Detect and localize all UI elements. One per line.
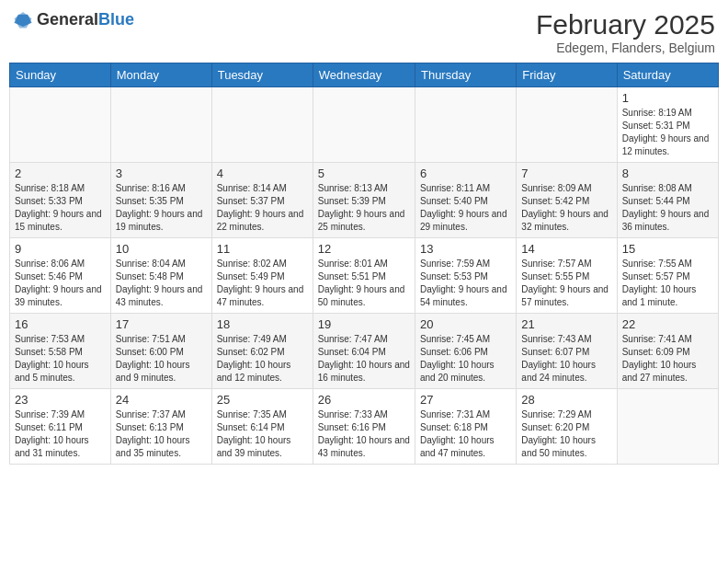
day-info: Sunrise: 7:37 AMSunset: 6:13 PMDaylight:… [116,408,207,460]
day-info: Sunrise: 7:39 AMSunset: 6:11 PMDaylight:… [15,408,106,460]
calendar-week-row: 16Sunrise: 7:53 AMSunset: 5:58 PMDayligh… [10,314,719,389]
day-info: Sunrise: 8:04 AMSunset: 5:48 PMDaylight:… [116,258,207,309]
day-info: Sunrise: 8:14 AMSunset: 5:37 PMDaylight:… [217,182,308,234]
day-info: Sunrise: 7:43 AMSunset: 6:07 PMDaylight:… [521,333,611,385]
calendar-cell: 12Sunrise: 8:01 AMSunset: 5:51 PMDayligh… [313,238,415,314]
calendar-table: SundayMondayTuesdayWednesdayThursdayFrid… [9,63,719,465]
day-number: 9 [15,242,106,256]
calendar-cell [617,389,718,465]
day-number: 3 [116,167,207,180]
calendar-cell: 25Sunrise: 7:35 AMSunset: 6:14 PMDayligh… [211,389,313,465]
day-info: Sunrise: 8:06 AMSunset: 5:46 PMDaylight:… [15,258,106,309]
calendar-cell: 15Sunrise: 7:55 AMSunset: 5:57 PMDayligh… [617,238,718,314]
day-number: 24 [116,393,207,407]
calendar-cell: 14Sunrise: 7:57 AMSunset: 5:55 PMDayligh… [517,238,617,314]
day-number: 16 [15,317,106,331]
calendar-cell [415,87,516,163]
day-number: 25 [217,393,308,407]
calendar-cell: 26Sunrise: 7:33 AMSunset: 6:16 PMDayligh… [313,389,415,465]
day-info: Sunrise: 7:59 AMSunset: 5:53 PMDaylight:… [420,258,511,309]
calendar-cell [10,87,111,163]
day-info: Sunrise: 8:01 AMSunset: 5:51 PMDaylight:… [318,258,410,309]
calendar-cell: 13Sunrise: 7:59 AMSunset: 5:53 PMDayligh… [415,238,516,314]
calendar-cell: 9Sunrise: 8:06 AMSunset: 5:46 PMDaylight… [10,238,111,314]
calendar-cell: 21Sunrise: 7:43 AMSunset: 6:07 PMDayligh… [517,314,617,389]
day-info: Sunrise: 7:47 AMSunset: 6:04 PMDaylight:… [318,333,410,385]
day-info: Sunrise: 7:57 AMSunset: 5:55 PMDaylight:… [521,258,611,309]
day-number: 17 [116,317,207,331]
weekday-header-monday: Monday [110,63,211,87]
day-info: Sunrise: 7:53 AMSunset: 5:58 PMDaylight:… [15,333,106,385]
calendar-cell [313,87,415,163]
calendar-cell: 24Sunrise: 7:37 AMSunset: 6:13 PMDayligh… [110,389,211,465]
day-info: Sunrise: 7:51 AMSunset: 6:00 PMDaylight:… [116,333,207,385]
logo: GeneralBlue [13,9,134,29]
calendar-week-row: 23Sunrise: 7:39 AMSunset: 6:11 PMDayligh… [10,389,719,465]
calendar-cell: 7Sunrise: 8:09 AMSunset: 5:42 PMDaylight… [517,163,617,238]
calendar-cell: 20Sunrise: 7:45 AMSunset: 6:06 PMDayligh… [415,314,516,389]
page-header: GeneralBlue February 2025 Edegem, Flande… [9,9,719,55]
day-number: 11 [217,242,308,256]
day-number: 20 [420,317,511,331]
calendar-cell: 22Sunrise: 7:41 AMSunset: 6:09 PMDayligh… [617,314,718,389]
weekday-header-wednesday: Wednesday [313,63,415,87]
day-number: 26 [318,393,410,407]
day-number: 12 [318,242,410,256]
day-info: Sunrise: 8:02 AMSunset: 5:49 PMDaylight:… [217,258,308,309]
location-subtitle: Edegem, Flanders, Belgium [536,40,715,55]
calendar-cell [517,87,617,163]
day-number: 23 [15,393,106,407]
calendar-cell: 19Sunrise: 7:47 AMSunset: 6:04 PMDayligh… [313,314,415,389]
logo-blue: Blue [98,10,134,29]
day-number: 5 [318,167,410,180]
calendar-cell: 23Sunrise: 7:39 AMSunset: 6:11 PMDayligh… [10,389,111,465]
calendar-week-row: 2Sunrise: 8:18 AMSunset: 5:33 PMDaylight… [10,163,719,238]
calendar-week-row: 9Sunrise: 8:06 AMSunset: 5:46 PMDaylight… [10,238,719,314]
day-number: 6 [420,167,511,180]
weekday-header-tuesday: Tuesday [211,63,313,87]
weekday-header-saturday: Saturday [617,63,718,87]
day-number: 28 [521,393,611,407]
day-info: Sunrise: 7:33 AMSunset: 6:16 PMDaylight:… [318,408,410,460]
month-year-title: February 2025 [536,9,715,40]
day-info: Sunrise: 7:35 AMSunset: 6:14 PMDaylight:… [217,408,308,460]
day-info: Sunrise: 8:11 AMSunset: 5:40 PMDaylight:… [420,182,511,234]
day-number: 22 [622,317,713,331]
day-number: 1 [622,91,713,105]
day-info: Sunrise: 7:55 AMSunset: 5:57 PMDaylight:… [622,258,713,309]
weekday-header-row: SundayMondayTuesdayWednesdayThursdayFrid… [10,63,719,87]
day-info: Sunrise: 7:49 AMSunset: 6:02 PMDaylight:… [217,333,308,385]
day-info: Sunrise: 8:13 AMSunset: 5:39 PMDaylight:… [318,182,410,234]
calendar-cell: 3Sunrise: 8:16 AMSunset: 5:35 PMDaylight… [110,163,211,238]
day-number: 21 [521,317,611,331]
calendar-cell [211,87,313,163]
calendar-cell: 1Sunrise: 8:19 AMSunset: 5:31 PMDaylight… [617,87,718,163]
day-number: 27 [420,393,511,407]
calendar-cell: 28Sunrise: 7:29 AMSunset: 6:20 PMDayligh… [517,389,617,465]
weekday-header-friday: Friday [517,63,617,87]
logo-general: General [37,10,98,29]
svg-marker-1 [14,12,31,29]
calendar-week-row: 1Sunrise: 8:19 AMSunset: 5:31 PMDaylight… [10,87,719,163]
calendar-cell: 11Sunrise: 8:02 AMSunset: 5:49 PMDayligh… [211,238,313,314]
calendar-cell [110,87,211,163]
day-info: Sunrise: 8:16 AMSunset: 5:35 PMDaylight:… [116,182,207,234]
calendar-cell: 2Sunrise: 8:18 AMSunset: 5:33 PMDaylight… [10,163,111,238]
logo-icon [13,9,33,29]
day-info: Sunrise: 7:31 AMSunset: 6:18 PMDaylight:… [420,408,511,460]
day-number: 7 [521,167,611,180]
day-number: 15 [622,242,713,256]
day-number: 2 [15,167,106,180]
calendar-cell: 5Sunrise: 8:13 AMSunset: 5:39 PMDaylight… [313,163,415,238]
day-number: 8 [622,167,713,180]
day-number: 19 [318,317,410,331]
day-info: Sunrise: 8:08 AMSunset: 5:44 PMDaylight:… [622,182,713,234]
calendar-cell: 27Sunrise: 7:31 AMSunset: 6:18 PMDayligh… [415,389,516,465]
calendar-cell: 18Sunrise: 7:49 AMSunset: 6:02 PMDayligh… [211,314,313,389]
calendar-cell: 17Sunrise: 7:51 AMSunset: 6:00 PMDayligh… [110,314,211,389]
day-info: Sunrise: 8:09 AMSunset: 5:42 PMDaylight:… [521,182,611,234]
day-info: Sunrise: 7:41 AMSunset: 6:09 PMDaylight:… [622,333,713,385]
weekday-header-thursday: Thursday [415,63,516,87]
calendar-cell: 16Sunrise: 7:53 AMSunset: 5:58 PMDayligh… [10,314,111,389]
day-number: 14 [521,242,611,256]
